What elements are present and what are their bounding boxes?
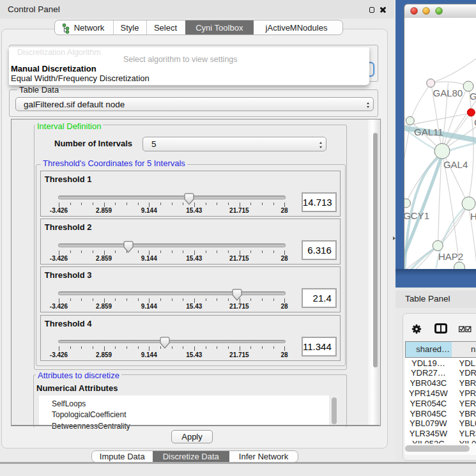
svg-text:GAL4: GAL4 — [443, 159, 467, 170]
svg-text:C: C — [474, 117, 476, 128]
svg-text:G.: G. — [469, 91, 476, 102]
svg-text:GAL80: GAL80 — [433, 88, 463, 98]
svg-text:GAL11: GAL11 — [414, 127, 443, 137]
svg-text:GCY1: GCY1 — [404, 210, 429, 221]
svg-text:H: H — [470, 211, 476, 222]
svg-text:HAP2: HAP2 — [438, 251, 463, 262]
